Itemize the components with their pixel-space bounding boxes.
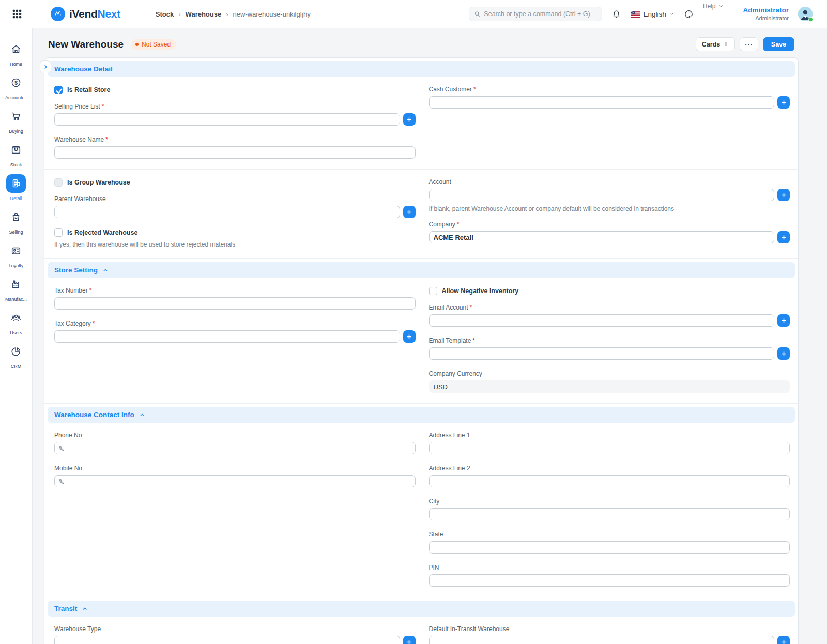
company-currency-value: USD <box>429 380 790 393</box>
breadcrumb-stock[interactable]: Stock <box>156 10 174 18</box>
sidebar-item-buying[interactable]: Buying <box>1 107 32 134</box>
section-header-warehouse-contact-info[interactable]: Warehouse Contact Info <box>48 407 795 423</box>
checkbox-icon[interactable] <box>54 178 63 187</box>
phone-icon <box>58 478 65 485</box>
address-line-1-input[interactable] <box>429 442 790 454</box>
section-header-warehouse-detail[interactable]: Warehouse Detail <box>48 61 795 77</box>
brand-name: iVendNext <box>69 8 120 20</box>
default-in-transit-warehouse-field: Default In-Transit Warehouse <box>429 625 790 644</box>
company-input[interactable] <box>429 231 775 243</box>
parent-warehouse-input[interactable] <box>54 206 400 218</box>
phone-no-input[interactable] <box>54 442 416 454</box>
plus-icon <box>406 116 412 123</box>
breadcrumb: Stock › Warehouse › new-warehouse-unkilg… <box>156 10 311 18</box>
add-account-button[interactable] <box>777 189 790 201</box>
add-default-in-transit-warehouse-button[interactable] <box>777 636 790 644</box>
transit-row: Warehouse Type Default In-Transit Wareho… <box>48 617 795 644</box>
tax-number-input[interactable] <box>54 297 416 310</box>
email-account-input[interactable] <box>429 314 775 327</box>
add-parent-warehouse-button[interactable] <box>403 206 416 218</box>
checkbox-icon[interactable] <box>54 228 63 237</box>
cart-icon <box>6 107 26 126</box>
sidebar-item-users[interactable]: Users <box>1 309 32 335</box>
pin-input[interactable] <box>429 574 790 587</box>
help-menu[interactable]: Help <box>703 3 724 10</box>
city-field: City <box>429 498 790 520</box>
default-in-transit-warehouse-input[interactable] <box>429 636 775 644</box>
sidebar-item-accounting[interactable]: $ Accounti... <box>1 73 32 100</box>
chevron-up-icon <box>102 267 109 273</box>
account-input[interactable] <box>429 189 775 201</box>
more-options-button[interactable]: ··· <box>740 37 758 51</box>
sidebar-item-home[interactable]: Home <box>1 40 32 67</box>
plus-icon <box>780 234 787 241</box>
home-icon <box>6 40 26 58</box>
store-setting-row: Tax Number* Tax Category* Allow Negative… <box>48 278 795 403</box>
city-input[interactable] <box>429 508 790 520</box>
page-header: New Warehouse Not Saved Cards ··· Save <box>33 28 827 57</box>
top-header: iVendNext Stock › Warehouse › new-wareho… <box>0 0 827 28</box>
pos-terminal-icon <box>6 174 26 193</box>
add-tax-category-button[interactable] <box>403 330 416 343</box>
breadcrumb-warehouse[interactable]: Warehouse <box>186 10 222 18</box>
add-email-account-button[interactable] <box>777 314 790 327</box>
address-line-2-input[interactable] <box>429 475 790 487</box>
section-header-store-setting[interactable]: Store Setting <box>48 262 795 278</box>
plus-icon <box>406 333 412 340</box>
language-selector[interactable]: English <box>631 10 675 18</box>
cards-view-button[interactable]: Cards <box>696 37 735 51</box>
state-input[interactable] <box>429 541 790 554</box>
checkbox-icon[interactable] <box>54 86 63 94</box>
mobile-no-input[interactable] <box>54 475 416 487</box>
add-email-template-button[interactable] <box>777 347 790 360</box>
theme-palette-icon[interactable] <box>684 9 694 19</box>
user-menu[interactable]: Administrator Administrator <box>743 6 789 22</box>
is-group-warehouse-checkbox[interactable]: Is Group Warehouse <box>54 178 416 187</box>
user-avatar[interactable] <box>798 7 813 21</box>
selling-price-list-input[interactable] <box>54 113 400 126</box>
users-icon <box>6 309 26 327</box>
package-icon <box>6 141 26 159</box>
sidebar-item-stock[interactable]: Stock <box>1 141 32 167</box>
sidebar-item-crm[interactable]: CRM <box>1 342 32 369</box>
global-search[interactable] <box>469 7 602 21</box>
app-grid-icon[interactable] <box>10 7 24 21</box>
warehouse-type-field: Warehouse Type <box>54 625 416 644</box>
warehouse-type-input[interactable] <box>54 636 400 644</box>
sort-chevrons-icon <box>723 41 729 47</box>
section-header-transit[interactable]: Transit <box>48 601 795 617</box>
warehouse-name-input[interactable] <box>54 146 416 159</box>
add-selling-price-list-button[interactable] <box>403 113 416 126</box>
chevron-down-icon <box>669 11 675 17</box>
add-company-button[interactable] <box>777 231 790 243</box>
language-label: English <box>644 10 666 18</box>
is-rejected-warehouse-checkbox[interactable]: Is Rejected Warehouse <box>54 228 416 237</box>
sidebar-item-selling[interactable]: Selling <box>1 208 32 235</box>
checkbox-icon[interactable] <box>429 287 437 295</box>
sidebar-item-retail[interactable]: Retail <box>1 174 32 201</box>
sidebar-item-manufacturing[interactable]: Manufac... <box>1 275 32 302</box>
save-button[interactable]: Save <box>763 37 794 51</box>
search-input[interactable] <box>484 10 596 18</box>
mobile-no-field: Mobile No <box>54 465 416 487</box>
main-content: New Warehouse Not Saved Cards ··· Save W… <box>33 28 827 644</box>
is-retail-store-checkbox[interactable]: Is Retail Store <box>54 86 416 94</box>
user-name: Administrator <box>743 6 789 15</box>
email-template-input[interactable] <box>429 347 775 360</box>
brand-logo-icon <box>51 7 65 21</box>
allow-negative-inventory-checkbox[interactable]: Allow Negative Inventory <box>429 287 790 295</box>
email-template-field: Email Template* <box>429 337 790 360</box>
is-rejected-warehouse-help: If yes, then this warehouse will be used… <box>54 241 416 248</box>
notifications-bell-icon[interactable] <box>611 9 621 19</box>
chevron-up-icon <box>139 412 145 418</box>
brand-logo[interactable]: iVendNext <box>51 7 120 21</box>
collapse-sidebar-toggle[interactable] <box>40 60 51 73</box>
search-icon <box>474 10 481 18</box>
address-line-2-field: Address Line 2 <box>429 465 790 487</box>
add-cash-customer-button[interactable] <box>777 96 790 109</box>
address-line-1-field: Address Line 1 <box>429 432 790 454</box>
tax-category-input[interactable] <box>54 330 400 343</box>
sidebar-item-loyalty[interactable]: Loyalty <box>1 241 32 268</box>
add-warehouse-type-button[interactable] <box>403 636 416 644</box>
cash-customer-input[interactable] <box>429 96 775 109</box>
